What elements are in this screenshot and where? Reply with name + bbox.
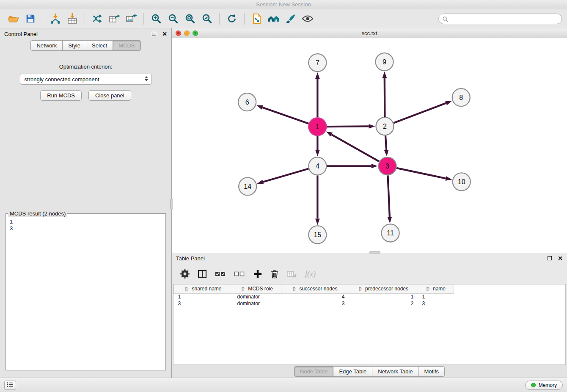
tab-motifs[interactable]: Motifs (418, 366, 445, 377)
graph-edge-3-11[interactable] (388, 175, 390, 217)
close-table-panel-icon[interactable]: ✕ (558, 256, 563, 260)
graph-node-label-15: 15 (314, 231, 321, 238)
close-panel-button[interactable]: Close panel (88, 90, 131, 101)
mcds-result-line: 3 (10, 225, 162, 232)
tab-network[interactable]: Network (30, 40, 63, 51)
criterion-dropdown[interactable]: strongly connected component (20, 74, 152, 85)
zoom-selected-button[interactable] (198, 11, 215, 26)
delete-column-icon[interactable] (270, 269, 279, 279)
close-window-icon[interactable]: ✕ (176, 30, 181, 36)
graph-edge-2-9[interactable] (385, 78, 385, 117)
graph-edge-4-14[interactable] (263, 168, 309, 182)
column-header-label: predecessor nodes (365, 286, 408, 292)
save-session-button[interactable] (22, 11, 39, 26)
run-mcds-button[interactable]: Run MCDS (40, 90, 82, 101)
table-cell[interactable]: 1 (349, 293, 418, 300)
table-settings-icon[interactable] (180, 269, 190, 279)
import-network-button[interactable] (47, 11, 64, 26)
table-row[interactable]: 3dominator323 (174, 300, 566, 307)
float-table-panel-icon[interactable] (548, 256, 552, 260)
graph-edge-arrow-4-3 (372, 164, 378, 168)
function-builder-icon[interactable]: f(x) (305, 270, 316, 279)
column-header-name[interactable]: name (418, 284, 454, 293)
table-row[interactable]: 1dominator411 (174, 293, 566, 300)
zoom-in-button[interactable] (148, 11, 165, 26)
split-panel-icon[interactable] (198, 269, 207, 279)
zoom-out-button[interactable] (165, 11, 182, 26)
table-cell[interactable]: 3 (174, 300, 233, 307)
table-cell[interactable]: 1 (418, 293, 454, 300)
table-cell[interactable]: dominator (233, 293, 281, 300)
horizontal-splitter-handle[interactable] (369, 251, 380, 254)
graph-edge-2-8[interactable] (394, 103, 446, 123)
column-attribute-icon (358, 286, 363, 291)
network-canvas[interactable]: 7968124314101511 (172, 38, 567, 253)
network-manager-button[interactable] (89, 11, 106, 26)
tab-edge-table[interactable]: Edge Table (333, 366, 372, 377)
graph-edge-1-2[interactable] (327, 126, 369, 127)
table-cell[interactable]: 1 (174, 293, 233, 300)
maximize-window-icon[interactable]: + (193, 30, 198, 36)
open-file-button[interactable] (5, 11, 22, 26)
graph-edge-arrow-3-1 (326, 132, 333, 137)
column-header-shared-name[interactable]: shared name (174, 284, 233, 293)
refresh-view-button[interactable] (223, 11, 240, 26)
optimization-criterion-label: Optimization criterion: (0, 63, 171, 70)
table-header-row: shared nameMCDS rolesuccessor nodesprede… (174, 284, 566, 293)
minimize-window-icon[interactable]: − (184, 30, 190, 36)
export-image-button[interactable] (123, 11, 140, 26)
refresh-icon (226, 13, 238, 25)
table-cell[interactable]: 3 (418, 300, 454, 307)
graph-edge-3-1[interactable] (332, 135, 380, 162)
table-cell[interactable]: 2 (349, 300, 418, 307)
graph-node-label-4: 4 (316, 163, 319, 170)
graph-node-label-9: 9 (383, 58, 386, 66)
graph-edge-3-10[interactable] (396, 168, 446, 179)
float-panel-icon[interactable] (152, 32, 156, 36)
zoom-fit-button[interactable] (182, 11, 198, 26)
add-column-icon[interactable] (253, 269, 262, 279)
table-cell[interactable]: dominator (233, 300, 281, 307)
select-all-columns-icon[interactable] (215, 270, 226, 278)
graph-edge-arrow-2-3 (384, 150, 389, 156)
show-graphics-details-button[interactable] (299, 11, 316, 26)
network-window-titlebar[interactable]: scc.txt ✕ − + (172, 28, 567, 38)
table-cell-filler (454, 293, 566, 300)
tab-node-table[interactable]: Node Table (294, 366, 334, 377)
tab-network-table[interactable]: Network Table (372, 366, 418, 377)
tab-mcds[interactable]: MCDS (113, 40, 140, 51)
column-header-predecessor-nodes[interactable]: predecessor nodes (349, 284, 418, 293)
export-table-icon (108, 13, 120, 25)
memory-button[interactable]: Memory (525, 381, 563, 390)
clone-network-button[interactable] (248, 11, 265, 26)
import-table-button[interactable] (64, 11, 81, 26)
graph-edge-arrow-2-9 (382, 72, 387, 78)
table-cell[interactable]: 4 (281, 293, 349, 300)
close-panel-icon[interactable]: ✕ (162, 32, 167, 36)
vertical-splitter-handle[interactable] (170, 199, 173, 210)
graph-node-label-10: 10 (458, 178, 465, 185)
network-graph[interactable]: 7968124314101511 (172, 38, 567, 253)
graph-edge-arrow-4-15 (315, 218, 320, 225)
apply-style-button[interactable] (282, 11, 299, 26)
delete-table-icon[interactable] (287, 270, 297, 278)
criterion-dropdown-value: strongly connected component (25, 76, 99, 83)
mcds-result-box: MCDS result (2 nodes) 13 (6, 210, 166, 370)
network-window: scc.txt ✕ − + 7968124314101511 (172, 28, 567, 253)
task-history-button[interactable] (4, 381, 16, 390)
column-header-mcds-role[interactable]: MCDS role (233, 284, 281, 293)
unselect-all-columns-icon[interactable] (234, 270, 245, 278)
window-titlebar[interactable]: Session: New Session (0, 0, 567, 9)
graph-edge-1-6[interactable] (262, 108, 308, 124)
search-container (438, 14, 562, 24)
column-header-successor-nodes[interactable]: successor nodes (281, 284, 349, 293)
home-icon (267, 13, 280, 25)
table-cell[interactable]: 3 (281, 300, 349, 307)
table-panel-title: Table Panel (176, 255, 205, 262)
graph-edge-2-3[interactable] (385, 135, 386, 150)
tab-style[interactable]: Style (62, 40, 86, 51)
home-layout-button[interactable] (265, 11, 282, 26)
tab-select[interactable]: Select (86, 40, 113, 51)
export-table-button[interactable] (106, 11, 123, 26)
search-input[interactable] (438, 14, 562, 24)
